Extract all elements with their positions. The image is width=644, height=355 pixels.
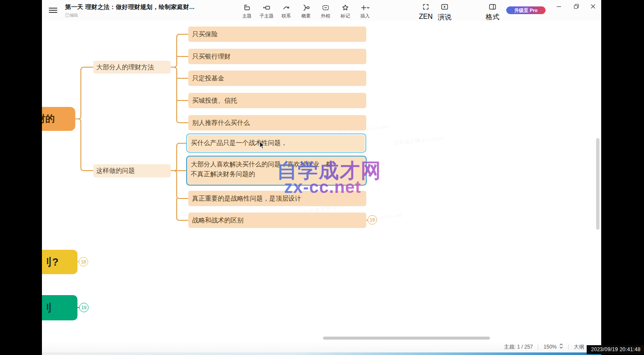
present-label: 演说 <box>438 13 451 22</box>
ghost-watermark: 自学成才网 zx-cc.net <box>392 134 445 148</box>
subtopic-button[interactable]: 子主题 <box>258 3 276 20</box>
boundary-label: 外框 <box>321 13 330 19</box>
video-timestamp: 2023/09/19 20:41:48 <box>587 345 644 354</box>
divider <box>538 344 538 350</box>
yellow-topic-node[interactable]: 刂? <box>42 250 77 274</box>
format-label: 格式 <box>486 13 499 22</box>
edited-status: 已编辑 <box>65 12 195 18</box>
leaf-node[interactable]: 只买保险 <box>188 27 366 42</box>
marker-icon <box>341 3 350 12</box>
leaf-node[interactable]: 只定投基金 <box>188 71 366 86</box>
branch-node-methods[interactable]: 大部分人的理财方法 <box>93 61 171 74</box>
document-title: 第一天 理财之法：做好理财规划，绘制家庭财... <box>65 3 195 11</box>
zen-button[interactable]: ZEN <box>416 3 435 21</box>
app-window: 自学成才网 zx-cc.net 自学成才网 zx-cc.net 自学成才网 zx… <box>42 0 601 355</box>
leaf-node[interactable]: 真正重要的是战略性问题，是顶层设计 <box>188 191 366 206</box>
marker-button[interactable]: 标记 <box>336 3 354 20</box>
root-topic-node[interactable]: 财的 <box>42 107 75 131</box>
zen-icon <box>421 3 430 13</box>
vertical-scrollbar[interactable] <box>596 138 599 230</box>
branch-node-problems[interactable]: 这样做的问题 <box>93 164 171 178</box>
leaf-node-selected[interactable]: 大部分人喜欢解决买什么的问题，喜欢抄作业，都不真正解决财务问题的 <box>186 156 367 186</box>
subtopic-icon <box>262 3 271 12</box>
topic-icon <box>243 3 251 12</box>
format-button[interactable]: 格式 <box>483 3 502 22</box>
divider <box>568 344 569 350</box>
zoom-stepper-icon[interactable] <box>559 343 563 351</box>
present-icon <box>440 3 449 13</box>
summary-button[interactable]: 概要 <box>297 3 315 20</box>
leaf-node-selected[interactable]: 买什么产品只是一个战术性问题， <box>186 133 366 153</box>
marker-label: 标记 <box>341 13 350 19</box>
relationship-button[interactable]: 联系 <box>277 3 295 20</box>
relationship-icon <box>282 3 291 12</box>
collapsed-count-badge[interactable]: 18 <box>79 257 88 266</box>
title-bar: 第一天 理财之法：做好理财规划，绘制家庭财... 已编辑 主题 子主题 <box>42 0 601 21</box>
collapsed-count-badge[interactable]: 19 <box>368 215 377 225</box>
status-bar: 主题: 1 / 257 150% 大纲 <box>42 341 601 352</box>
leaf-node[interactable]: 战略和战术的区别 <box>188 213 366 228</box>
summary-icon <box>302 3 310 12</box>
mindmap-canvas[interactable]: 自学成才网 zx-cc.net 自学成才网 zx-cc.net 自学成才网 zx… <box>42 0 601 355</box>
outline-button[interactable]: 大纲 <box>574 343 584 351</box>
relationship-label: 联系 <box>282 13 291 19</box>
insert-button[interactable]: 插入 <box>356 3 374 20</box>
minimize-button[interactable] <box>552 1 566 12</box>
insert-label: 插入 <box>360 13 370 19</box>
main-toolbar: 主题 子主题 联系 概 <box>238 3 374 20</box>
zoom-level: 150% <box>543 344 557 350</box>
zen-label: ZEN <box>419 13 433 21</box>
restore-button[interactable] <box>569 1 584 12</box>
topic-label: 主题 <box>242 13 252 19</box>
menu-icon[interactable] <box>49 6 57 13</box>
boundary-icon <box>321 3 330 12</box>
horizontal-scrollbar[interactable] <box>323 337 490 340</box>
screen: 自学成才网 zx-cc.net 自学成才网 zx-cc.net 自学成才网 zx… <box>0 0 644 355</box>
present-button[interactable]: 演说 <box>435 3 454 22</box>
upgrade-pro-button[interactable]: 升级至 Pro <box>506 6 546 14</box>
bottom-gradient-strip <box>42 352 601 355</box>
leaf-node[interactable]: 买城投债、信托 <box>188 93 366 108</box>
close-button[interactable] <box>586 1 600 12</box>
zoom-control[interactable]: 150% <box>543 343 563 351</box>
topic-button[interactable]: 主题 <box>238 3 256 20</box>
format-icon <box>488 3 497 13</box>
collapsed-count-badge[interactable]: 19 <box>79 303 89 312</box>
green-topic-node[interactable]: 刂 <box>42 295 77 320</box>
summary-label: 概要 <box>301 13 311 19</box>
leaf-node[interactable]: 只买银行理财 <box>188 49 366 64</box>
insert-icon <box>360 3 370 12</box>
boundary-button[interactable]: 外框 <box>317 3 335 20</box>
subtopic-label: 子主题 <box>260 13 274 19</box>
leaf-node[interactable]: 别人推荐什么买什么 <box>188 115 366 130</box>
topic-counter: 主题: 1 / 257 <box>504 343 533 351</box>
